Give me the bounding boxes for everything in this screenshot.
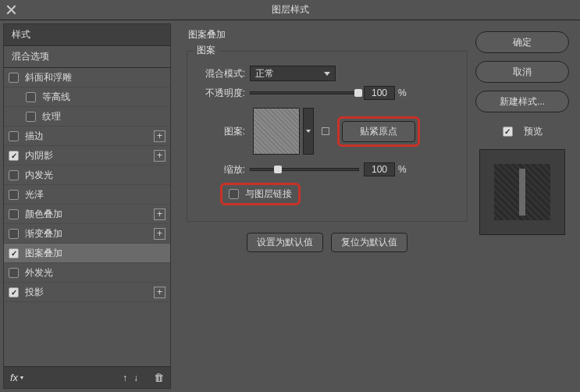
link-with-layer-label: 与图层链接 xyxy=(245,187,292,201)
style-checkbox[interactable] xyxy=(9,209,19,219)
style-checkbox[interactable] xyxy=(26,92,36,102)
style-item-9[interactable]: 图案叠加 xyxy=(4,244,170,263)
style-item-3[interactable]: 描边+ xyxy=(4,127,170,146)
section-title: 图案叠加 xyxy=(187,28,468,43)
style-item-6[interactable]: 光泽 xyxy=(4,185,170,205)
style-item-5[interactable]: 内发光 xyxy=(4,166,170,185)
style-label: 渐变叠加 xyxy=(25,227,62,241)
style-checkbox[interactable] xyxy=(26,112,36,122)
new-style-button[interactable]: 新建样式... xyxy=(475,91,569,112)
scale-slider[interactable] xyxy=(250,168,359,171)
pattern-group: 图案 混合模式: 正常 不透明度: 100 % 图案: xyxy=(187,51,468,222)
style-checkbox[interactable] xyxy=(9,73,19,83)
style-checkbox[interactable] xyxy=(9,151,19,161)
reset-default-button[interactable]: 复位为默认值 xyxy=(331,233,407,252)
opacity-input[interactable]: 100 xyxy=(364,86,395,100)
style-item-8[interactable]: 渐变叠加+ xyxy=(4,224,170,244)
pattern-swatch[interactable] xyxy=(253,108,300,155)
style-item-11[interactable]: 投影+ xyxy=(4,283,170,302)
style-label: 纹理 xyxy=(42,110,61,123)
style-label: 等高线 xyxy=(42,91,70,104)
preview-swatch xyxy=(494,164,550,220)
ok-button[interactable]: 确定 xyxy=(475,31,569,53)
arrow-down-icon[interactable]: ↓ xyxy=(133,372,138,383)
fx-icon[interactable]: fx xyxy=(10,372,18,383)
scale-label: 缩放: xyxy=(197,163,245,176)
style-item-0[interactable]: 斜面和浮雕 xyxy=(4,68,170,87)
preview-checkbox[interactable] xyxy=(503,127,513,137)
pattern-label: 图案: xyxy=(197,125,245,138)
scale-input[interactable]: 100 xyxy=(364,162,395,176)
style-label: 外发光 xyxy=(25,266,53,280)
style-checkbox[interactable] xyxy=(9,190,19,200)
add-instance-icon[interactable]: + xyxy=(154,287,165,298)
style-item-2[interactable]: 纹理 xyxy=(4,107,170,127)
set-default-button[interactable]: 设置为默认值 xyxy=(247,233,323,252)
add-instance-icon[interactable]: + xyxy=(154,130,165,142)
style-label: 图案叠加 xyxy=(25,247,62,260)
style-label: 斜面和浮雕 xyxy=(25,71,72,84)
blend-mode-select[interactable]: 正常 xyxy=(250,66,336,81)
highlight-link: 与图层链接 xyxy=(220,183,301,205)
scale-pct: % xyxy=(398,164,407,175)
close-icon[interactable] xyxy=(6,5,16,15)
opacity-slider[interactable] xyxy=(250,91,359,94)
style-checkbox[interactable] xyxy=(9,170,19,180)
cancel-button[interactable]: 取消 xyxy=(475,61,569,83)
style-label: 内阴影 xyxy=(25,149,53,162)
style-label: 内发光 xyxy=(25,169,53,182)
style-checkbox[interactable] xyxy=(9,248,19,258)
style-checkbox[interactable] xyxy=(9,268,19,278)
add-instance-icon[interactable]: + xyxy=(154,208,165,220)
opacity-pct: % xyxy=(398,87,407,98)
link-with-layer-checkbox[interactable] xyxy=(229,189,239,199)
window-title: 图层样式 xyxy=(272,3,309,16)
style-item-1[interactable]: 等高线 xyxy=(4,87,170,107)
preview-label: 预览 xyxy=(524,125,543,138)
group-title: 图案 xyxy=(194,44,219,57)
trash-icon[interactable]: 🗑 xyxy=(154,372,164,383)
style-item-7[interactable]: 颜色叠加+ xyxy=(4,205,170,224)
pattern-dropdown[interactable] xyxy=(303,108,314,155)
style-checkbox[interactable] xyxy=(9,229,19,239)
blend-mode-label: 混合模式: xyxy=(197,67,245,80)
style-checkbox[interactable] xyxy=(9,287,19,298)
add-instance-icon[interactable]: + xyxy=(154,150,165,162)
style-label: 描边 xyxy=(25,130,44,143)
create-pattern-icon[interactable] xyxy=(322,127,329,135)
opacity-label: 不透明度: xyxy=(197,87,245,100)
snap-origin-button[interactable]: 贴紧原点 xyxy=(342,121,415,142)
preview-box xyxy=(479,149,565,235)
style-item-4[interactable]: 内阴影+ xyxy=(4,146,170,166)
highlight-snap: 贴紧原点 xyxy=(337,116,420,147)
style-label: 颜色叠加 xyxy=(25,208,62,221)
style-item-10[interactable]: 外发光 xyxy=(4,263,170,283)
fx-menu-icon[interactable]: ▾ xyxy=(20,374,23,381)
style-label: 光泽 xyxy=(25,188,44,201)
styles-panel: 样式 混合选项 斜面和浮雕等高线纹理描边+内阴影+内发光光泽颜色叠加+渐变叠加+… xyxy=(3,23,171,389)
blend-options[interactable]: 混合选项 xyxy=(4,46,170,68)
style-label: 投影 xyxy=(25,286,44,299)
styles-header: 样式 xyxy=(4,24,170,46)
arrow-up-icon[interactable]: ↑ xyxy=(123,372,127,383)
add-instance-icon[interactable]: + xyxy=(154,228,165,240)
style-checkbox[interactable] xyxy=(9,131,19,141)
